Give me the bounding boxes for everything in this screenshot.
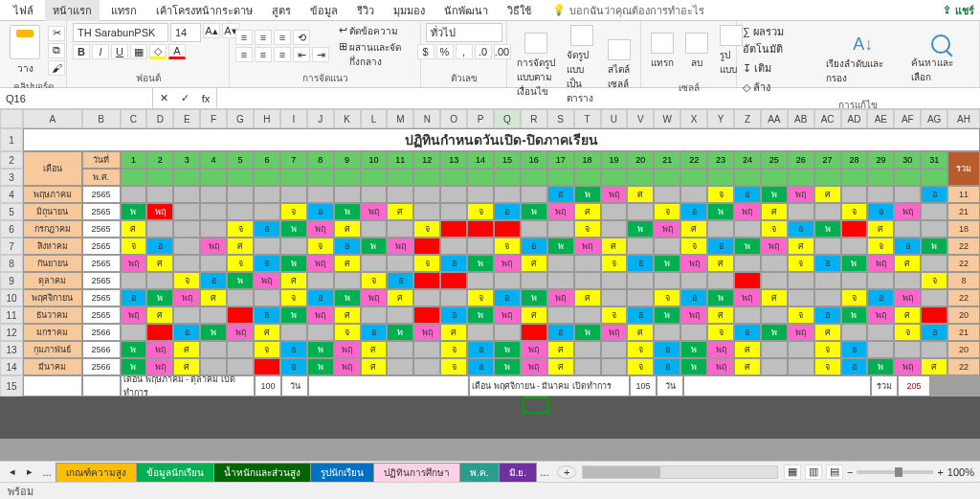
- cell-r2-d9[interactable]: [361, 220, 388, 238]
- cell-r6-d6[interactable]: จ: [280, 289, 307, 306]
- cell-r9-d4[interactable]: [227, 341, 254, 358]
- cell-r3-d4[interactable]: ศ: [227, 238, 254, 255]
- cell-r4-d12[interactable]: อ: [440, 255, 467, 272]
- cell-r9-d10[interactable]: [387, 341, 413, 358]
- cell-r8-d22[interactable]: จ: [707, 324, 734, 341]
- cell-r7-d28[interactable]: พฤ: [867, 306, 894, 324]
- cell-r6-d10[interactable]: ศ: [387, 289, 413, 306]
- cell-r1-d21[interactable]: อ: [680, 203, 707, 220]
- col-header-P[interactable]: P: [467, 109, 494, 128]
- cell-r10-d3[interactable]: [200, 358, 227, 375]
- sheet-tab-6[interactable]: มิ.ย.: [499, 463, 538, 482]
- cell-r7-d2[interactable]: [173, 306, 200, 324]
- cell-r4-d28[interactable]: พฤ: [867, 255, 894, 272]
- col-header-AD[interactable]: AD: [841, 109, 868, 128]
- cell-r10-d17[interactable]: [574, 358, 601, 375]
- cell-r0-d11[interactable]: [413, 186, 440, 203]
- col-header-O[interactable]: O: [440, 109, 467, 128]
- menu-view[interactable]: มุมมอง: [386, 0, 433, 21]
- cell-r2-d11[interactable]: จ: [413, 220, 440, 238]
- cell-r4-d10[interactable]: [387, 255, 413, 272]
- align-bot-button[interactable]: ≡: [274, 30, 291, 45]
- cell-r6-d19[interactable]: [627, 289, 654, 306]
- italic-button[interactable]: I: [92, 44, 109, 59]
- menu-file[interactable]: ไฟล์: [6, 0, 41, 21]
- cell-r7-d21[interactable]: พฤ: [680, 306, 707, 324]
- cell-r9-d29[interactable]: [894, 341, 921, 358]
- cell-r1-d27[interactable]: จ: [841, 203, 868, 220]
- cell-r8-d19[interactable]: ศ: [627, 324, 654, 341]
- cell-r0-d2[interactable]: [173, 186, 200, 203]
- cell-r10-d28[interactable]: พ: [867, 358, 894, 375]
- cell-r8-d29[interactable]: จ: [894, 324, 921, 341]
- cell-r4-d8[interactable]: ศ: [334, 255, 361, 272]
- zoom-in-button[interactable]: +: [937, 466, 943, 478]
- cell-r4-d24[interactable]: [761, 255, 788, 272]
- cell-r2-d27[interactable]: [841, 220, 868, 238]
- cell-r4-d1[interactable]: ศ: [146, 255, 173, 272]
- cell-r3-d18[interactable]: ศ: [601, 238, 628, 255]
- cell-r10-d24[interactable]: [761, 358, 788, 375]
- cell-r4-d3[interactable]: [200, 255, 227, 272]
- align-left-button[interactable]: ≡: [235, 47, 253, 62]
- cell-r0-d14[interactable]: [494, 186, 521, 203]
- cell-r5-d26[interactable]: [814, 272, 841, 289]
- cell-r7-d26[interactable]: อ: [814, 306, 841, 324]
- cell-r8-d4[interactable]: พฤ: [227, 324, 254, 341]
- cell-r3-d2[interactable]: [173, 238, 200, 255]
- cell-r1-d5[interactable]: [254, 203, 280, 220]
- cell-r4-d25[interactable]: จ: [788, 255, 814, 272]
- col-header-L[interactable]: L: [361, 109, 388, 128]
- font-color-button[interactable]: A: [168, 44, 186, 59]
- cell-r2-d12[interactable]: [440, 220, 467, 238]
- cell-r2-d7[interactable]: พฤ: [307, 220, 334, 238]
- cell-r7-d20[interactable]: พ: [654, 306, 680, 324]
- cell-r1-d14[interactable]: อ: [494, 203, 521, 220]
- cell-r7-d23[interactable]: [734, 306, 761, 324]
- cell-r6-d0[interactable]: อ: [121, 289, 147, 306]
- cell-r2-d4[interactable]: จ: [227, 220, 254, 238]
- cell-r5-d28[interactable]: [867, 272, 894, 289]
- cell-r4-d18[interactable]: จ: [601, 255, 628, 272]
- cell-r2-d17[interactable]: จ: [574, 220, 601, 238]
- cell-r6-d7[interactable]: อ: [307, 289, 334, 306]
- cell-r0-d25[interactable]: พฤ: [788, 186, 814, 203]
- cell-r0-d26[interactable]: ศ: [814, 186, 841, 203]
- cell-r9-d16[interactable]: ศ: [547, 341, 574, 358]
- bold-button[interactable]: B: [73, 44, 90, 59]
- cell-r4-d16[interactable]: [547, 255, 574, 272]
- cell-r10-d12[interactable]: จ: [440, 358, 467, 375]
- cell-r3-d1[interactable]: อ: [146, 238, 173, 255]
- cell-r4-d21[interactable]: พฤ: [680, 255, 707, 272]
- cell-r7-d15[interactable]: ศ: [521, 306, 547, 324]
- cell-r1-d19[interactable]: [627, 203, 654, 220]
- cell-r3-d0[interactable]: จ: [121, 238, 147, 255]
- cell-r8-d25[interactable]: พฤ: [788, 324, 814, 341]
- cell-r3-d20[interactable]: [654, 238, 680, 255]
- cell-r3-d8[interactable]: อ: [334, 238, 361, 255]
- cell-r10-d21[interactable]: พ: [680, 358, 707, 375]
- grow-font-button[interactable]: A▴: [203, 23, 220, 38]
- cell-r5-d27[interactable]: [841, 272, 868, 289]
- cell-r9-d8[interactable]: พฤ: [334, 341, 361, 358]
- zoom-out-button[interactable]: −: [847, 466, 853, 478]
- cell-r5-d15[interactable]: [521, 272, 547, 289]
- cell-r10-d27[interactable]: อ: [841, 358, 868, 375]
- cell-r10-d11[interactable]: [413, 358, 440, 375]
- cell-r1-d30[interactable]: [921, 203, 947, 220]
- cell-r7-d8[interactable]: ศ: [334, 306, 361, 324]
- cell-r7-d27[interactable]: พ: [841, 306, 868, 324]
- cell-r4-d4[interactable]: จ: [227, 255, 254, 272]
- tab-nav-prev[interactable]: ◂: [4, 465, 21, 478]
- cell-r2-d2[interactable]: [173, 220, 200, 238]
- underline-button[interactable]: U: [111, 44, 128, 59]
- cell-r7-d16[interactable]: [547, 306, 574, 324]
- cell-r7-d11[interactable]: [413, 306, 440, 324]
- cell-r0-d22[interactable]: จ: [707, 186, 734, 203]
- sheet-tab-4[interactable]: ปฏิทินการศึกษา: [373, 463, 460, 482]
- cell-r3-d19[interactable]: [627, 238, 654, 255]
- cell-r5-d6[interactable]: ศ: [280, 272, 307, 289]
- cell-r6-d26[interactable]: [814, 289, 841, 306]
- cell-r2-d19[interactable]: พ: [627, 220, 654, 238]
- cell-r7-d25[interactable]: จ: [788, 306, 814, 324]
